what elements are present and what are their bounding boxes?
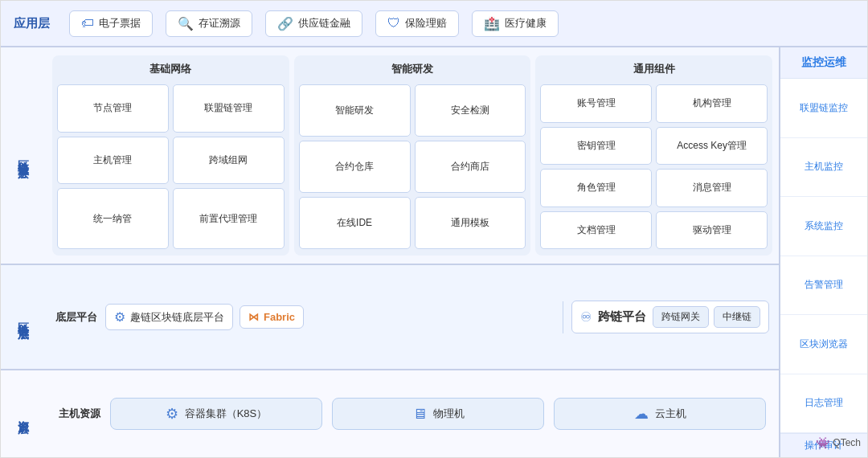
smart-grid: 智能研发 安全检测 合约仓库 合约商店 在线IDE 通用模板 xyxy=(299,84,526,249)
app-item-ticket-label: 电子票据 xyxy=(99,16,141,31)
contract-repo[interactable]: 合约仓库 xyxy=(299,141,411,193)
cross-chain-items: 跨链网关 中继链 xyxy=(653,306,760,328)
unified-mgmt[interactable]: 统一纳管 xyxy=(57,188,169,249)
base-separator xyxy=(563,301,564,333)
proxy-mgmt[interactable]: 前置代理管理 xyxy=(173,188,285,249)
app-item-ticket[interactable]: 🏷 电子票据 xyxy=(69,10,153,37)
blockchain-service-layer: 区块链服务层 基础网络 节点管理 联盟链管理 主机管理 跨域组网 统一纳管 前置… xyxy=(1,47,779,265)
cross-chain-label: 跨链平台 xyxy=(598,309,646,325)
base-platform-label: 底层平台 xyxy=(55,310,97,325)
physical-label: 物理机 xyxy=(433,407,465,421)
monitoring-title: 监控运维 xyxy=(780,47,867,79)
quchain-label: 趣链区块链底层平台 xyxy=(130,310,224,325)
qtech-label: QTech xyxy=(833,437,861,448)
blockchain-base-layer: 区块链底层 底层平台 ⚙ 趣链区块链底层平台 ⋈ Fabric xyxy=(1,265,779,370)
app-item-trace-label: 存证溯源 xyxy=(199,16,240,31)
network-col: 基础网络 节点管理 联盟链管理 主机管理 跨域组网 统一纳管 前置代理管理 xyxy=(52,55,289,256)
fabric-label: Fabric xyxy=(264,311,295,323)
fabric-platform[interactable]: ⋈ Fabric xyxy=(240,305,304,329)
base-platforms: ⚙ 趣链区块链底层平台 ⋈ Fabric xyxy=(105,304,555,330)
org-mgmt[interactable]: 机构管理 xyxy=(656,84,768,123)
smart-col-title: 智能研发 xyxy=(299,62,526,76)
resource-content: 主机资源 ⚙ 容器集群（K8S） 🖥 物理机 ☁ 云主机 xyxy=(46,370,779,457)
alliance-monitor[interactable]: 联盟链监控 xyxy=(780,79,867,138)
relay-chain[interactable]: 中继链 xyxy=(714,306,760,328)
trace-icon: 🔍 xyxy=(178,16,194,31)
host-mgmt[interactable]: 主机管理 xyxy=(57,137,169,185)
monitoring-items: 联盟链监控 主机监控 系统监控 告警管理 区块浏览器 日志管理 操作审计 xyxy=(780,79,867,457)
monitoring-col: 监控运维 联盟链监控 主机监控 系统监控 告警管理 区块浏览器 日志管理 操作审… xyxy=(779,47,867,457)
cloud-icon: ☁ xyxy=(634,405,649,423)
role-mgmt[interactable]: 角色管理 xyxy=(540,169,652,207)
account-mgmt[interactable]: 账号管理 xyxy=(540,84,652,123)
cloud-label: 云主机 xyxy=(655,407,686,421)
online-ide[interactable]: 在线IDE xyxy=(299,197,411,249)
host-monitor[interactable]: 主机监控 xyxy=(780,138,867,198)
base-content: 底层平台 ⚙ 趣链区块链底层平台 ⋈ Fabric ♾ xyxy=(46,265,779,369)
physical-machine[interactable]: 🖥 物理机 xyxy=(332,398,544,430)
layers-area: 区块链服务层 基础网络 节点管理 联盟链管理 主机管理 跨域组网 统一纳管 前置… xyxy=(1,47,779,457)
ticket-icon: 🏷 xyxy=(81,16,94,31)
access-key-mgmt[interactable]: Access Key管理 xyxy=(656,127,768,166)
key-mgmt[interactable]: 密钥管理 xyxy=(540,127,652,166)
common-col-title: 通用组件 xyxy=(540,62,768,76)
app-item-medical[interactable]: 🏥 医疗健康 xyxy=(472,10,559,37)
alliance-chain-mgmt[interactable]: 联盟链管理 xyxy=(173,84,285,133)
app-item-supply-label: 供应链金融 xyxy=(298,16,350,31)
blockchain-service-label: 区块链服务层 xyxy=(1,47,46,264)
app-item-trace[interactable]: 🔍 存证溯源 xyxy=(166,10,252,37)
alert-mgmt[interactable]: 告警管理 xyxy=(780,256,867,316)
insurance-icon: 🛡 xyxy=(387,16,400,31)
app-item-insurance[interactable]: 🛡 保险理赔 xyxy=(375,10,459,37)
container-label: 容器集群（K8S） xyxy=(185,407,268,421)
cross-chain-container: ♾ 跨链平台 跨链网关 中继链 xyxy=(571,301,769,333)
quchain-platform[interactable]: ⚙ 趣链区块链底层平台 xyxy=(105,304,233,330)
blockchain-base-label: 区块链底层 xyxy=(1,265,46,369)
smart-col: 智能研发 智能研发 安全检测 合约仓库 合约商店 在线IDE 通用模板 xyxy=(294,55,531,256)
app-layer: 应用层 🏷 电子票据 🔍 存证溯源 🔗 供应链金融 🛡 保险理赔 🏥 医疗健康 xyxy=(1,1,867,47)
resource-layer: 资源层 主机资源 ⚙ 容器集群（K8S） 🖥 物理机 ☁ xyxy=(1,370,779,457)
crosschain-icon: ♾ xyxy=(580,309,592,325)
fabric-icon: ⋈ xyxy=(248,311,259,323)
service-columns: 基础网络 节点管理 联盟链管理 主机管理 跨域组网 统一纳管 前置代理管理 智能… xyxy=(46,47,779,264)
cross-gateway[interactable]: 跨链网关 xyxy=(653,306,709,328)
app-item-insurance-label: 保险理赔 xyxy=(405,16,447,31)
resource-layer-label: 资源层 xyxy=(1,370,46,457)
system-monitor[interactable]: 系统监控 xyxy=(780,197,867,256)
app-item-supply[interactable]: 🔗 供应链金融 xyxy=(265,10,362,37)
log-mgmt[interactable]: 日志管理 xyxy=(780,374,867,434)
medical-icon: 🏥 xyxy=(484,16,500,31)
cross-domain[interactable]: 跨域组网 xyxy=(173,137,285,185)
qtech-icon: 👾 xyxy=(816,436,829,449)
network-col-title: 基础网络 xyxy=(57,62,285,76)
driver-mgmt[interactable]: 驱动管理 xyxy=(656,211,768,250)
security-check[interactable]: 安全检测 xyxy=(415,84,526,137)
block-explorer[interactable]: 区块浏览器 xyxy=(780,315,867,374)
quchain-icon: ⚙ xyxy=(114,309,125,325)
app-item-medical-label: 医疗健康 xyxy=(505,16,547,31)
common-grid: 账号管理 机构管理 密钥管理 Access Key管理 角色管理 消息管理 文档… xyxy=(540,84,768,249)
message-mgmt[interactable]: 消息管理 xyxy=(656,169,768,207)
smart-dev[interactable]: 智能研发 xyxy=(299,84,411,137)
main-host-label: 主机资源 xyxy=(59,407,100,421)
cloud-host[interactable]: ☁ 云主机 xyxy=(554,398,766,430)
app-items-container: 🏷 电子票据 🔍 存证溯源 🔗 供应链金融 🛡 保险理赔 🏥 医疗健康 xyxy=(69,10,854,37)
node-mgmt[interactable]: 节点管理 xyxy=(57,84,169,133)
common-col: 通用组件 账号管理 机构管理 密钥管理 Access Key管理 角色管理 消息… xyxy=(535,55,772,256)
app-layer-label: 应用层 xyxy=(14,16,50,31)
contract-shop[interactable]: 合约商店 xyxy=(415,141,526,193)
main-content: 区块链服务层 基础网络 节点管理 联盟链管理 主机管理 跨域组网 统一纳管 前置… xyxy=(1,47,867,457)
server-icon: 🖥 xyxy=(412,406,427,423)
supply-icon: 🔗 xyxy=(277,16,293,31)
template-common[interactable]: 通用模板 xyxy=(415,197,526,249)
k8s-icon: ⚙ xyxy=(166,405,178,423)
resource-items: ⚙ 容器集群（K8S） 🖥 物理机 ☁ 云主机 xyxy=(110,398,766,430)
container-cluster[interactable]: ⚙ 容器集群（K8S） xyxy=(110,398,322,430)
network-grid: 节点管理 联盟链管理 主机管理 跨域组网 统一纳管 前置代理管理 xyxy=(57,84,285,249)
doc-mgmt[interactable]: 文档管理 xyxy=(540,211,652,250)
